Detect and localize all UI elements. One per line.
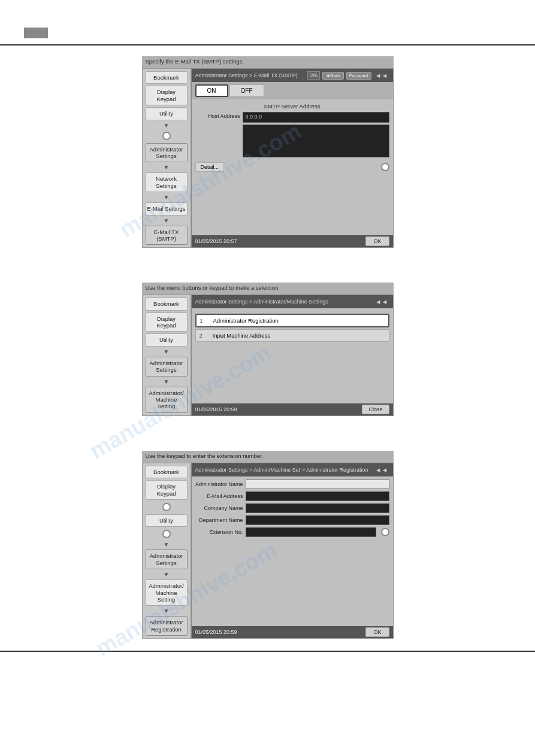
panel3-dept-label: Department Name	[195, 517, 243, 523]
panel3-adminreg-btn[interactable]: Administrator Registration	[146, 616, 188, 636]
panel1-header: Administrator Settings > E-Mail TX (SMTP…	[192, 69, 393, 82]
panel3-double-arrow[interactable]: ◄◄	[374, 465, 389, 475]
panel2-header: Administrator Settings > Administrator/M…	[192, 295, 393, 308]
panel1-circle-indicator	[381, 163, 389, 171]
panel1-displaykeypad-btn[interactable]: Display Keypad	[146, 86, 188, 105]
list-item-1-num: 1	[200, 318, 208, 324]
panel1-main: Administrator Settings > E-Mail TX (SMTP…	[191, 68, 394, 248]
panel2-double-arrow[interactable]: ◄◄	[374, 297, 389, 306]
panel3-adminname-input[interactable]	[246, 479, 389, 489]
panel1-radio1	[162, 132, 171, 140]
panel1-instruction: Specify the E-Mail TX (SMTP) settings.	[142, 56, 394, 68]
panel2-instruction: Use the menu buttons or keypad to make a…	[142, 283, 394, 294]
panel3-field-adminname: Administrator Name	[195, 479, 389, 489]
panel1-emailsettings-btn[interactable]: E-Mail Settings	[146, 202, 188, 215]
panel3-email-label: E-Mail Address	[195, 493, 243, 499]
panel2-status-bar: 01/05/2015 20:59 Close	[192, 403, 393, 415]
panel2-section: Use the menu buttons or keypad to make a…	[142, 283, 394, 416]
panel1-arrow2: ▼	[145, 164, 188, 171]
panel1-arrow4: ▼	[145, 217, 188, 224]
panel3-main: Administrator Settings > Admin/Machine S…	[191, 463, 394, 639]
panel3-adminsettings-btn[interactable]: Administrator Settings	[146, 549, 188, 569]
list-item-1[interactable]: 1 Administrator Registration	[195, 314, 389, 327]
panel1-detail-btn[interactable]: Detail...	[195, 162, 225, 172]
panel2-main: Administrator Settings > Administrator/M…	[191, 294, 394, 416]
panel3-adminname-label: Administrator Name	[195, 481, 243, 487]
panel2-adminsettings-btn[interactable]: Administrator Settings	[146, 357, 188, 377]
panel3-arrow3: ▼	[145, 608, 188, 614]
panel1-host-value[interactable]: 0.0.0.0	[243, 112, 389, 123]
panel3-ext-input[interactable]	[246, 527, 376, 537]
panel2-list-area: 1 Administrator Registration 2 Input Mac…	[192, 308, 393, 403]
panel3-company-input[interactable]	[246, 503, 389, 513]
panel1-ok-btn[interactable]: OK	[365, 236, 389, 246]
panel1-arrow3: ▼	[145, 194, 188, 201]
panel1-double-arrow[interactable]: ◄◄	[374, 71, 389, 80]
panel3-instruction: Use the keypad to enter the extension nu…	[142, 451, 394, 463]
panel3-adminmachine-btn[interactable]: Administrator/ Machine Setting	[146, 579, 188, 606]
panel1-status-bar: 01/05/2015 20:57 OK	[192, 235, 393, 247]
panel1-back-btn[interactable]: ◄Back	[322, 72, 344, 80]
panel1-bookmark-btn[interactable]: Bookmark	[146, 71, 188, 84]
panel1-breadcrumb: Administrator Settings > E-Mail TX (SMTP…	[195, 72, 306, 78]
panel3-form-area: Administrator Name E-Mail Address Compan…	[192, 476, 393, 626]
panel3-section: Use the keypad to enter the extension nu…	[142, 451, 394, 639]
panel3-bookmark-btn[interactable]: Bookmark	[146, 466, 188, 478]
panel3-arrow2: ▼	[145, 571, 188, 578]
panel3-breadcrumb: Administrator Settings > Admin/Machine S…	[195, 467, 371, 473]
panel1-section: Specify the E-Mail TX (SMTP) settings. B…	[142, 56, 394, 248]
panel3-field-company: Company Name	[195, 503, 389, 513]
panel2-close-btn[interactable]: Close	[362, 405, 389, 414]
panel3-field-dept: Department Name	[195, 515, 389, 525]
panel1-section-title: SMTP Server Address	[195, 103, 389, 110]
panel3-sidebar: Bookmark Display Keypad Utility ▼ Admini…	[142, 463, 191, 639]
panel3-circle-indicator	[381, 528, 389, 536]
panel3-dept-input[interactable]	[246, 515, 389, 525]
panel3-datetime: 01/05/2015 20:59	[195, 629, 237, 635]
panel2-sidebar: Bookmark Display Keypad Utility ▼ Admini…	[142, 294, 191, 416]
panel1-form-area: SMTP Server Address Host Address 0.0.0.0…	[192, 99, 393, 235]
panel3-radio1	[162, 503, 171, 511]
panel1-networksettings-btn[interactable]: Network Settings	[146, 172, 188, 192]
panel1-emailtx-btn[interactable]: E-Mail TX (SMTP)	[146, 226, 188, 245]
bottom-rule	[0, 651, 535, 652]
panel3-utility-btn[interactable]: Utility	[146, 514, 188, 527]
panel2-datetime: 01/05/2015 20:59	[195, 406, 237, 412]
panel1-onoff-bar: ON OFF	[192, 82, 393, 99]
panel3-displaykeypad-btn[interactable]: Display Keypad	[146, 480, 188, 500]
panel3-arrow1: ▼	[145, 541, 188, 548]
panel3-status-bar: 01/05/2015 20:59 OK	[192, 626, 393, 638]
top-gray-block	[24, 28, 48, 38]
panel1-arrow1: ▼	[145, 122, 188, 129]
list-item-2-label: Input Machine Address	[213, 332, 271, 339]
panel3-company-label: Company Name	[195, 505, 243, 511]
panel3-ext-label: Extension No.	[195, 529, 243, 535]
panel1-big-input[interactable]	[243, 125, 389, 157]
list-item-1-label: Administrator Registration	[213, 317, 279, 324]
panel2-arrow1: ▼	[145, 348, 188, 355]
panel3-field-email: E-Mail Address	[195, 491, 389, 501]
panel1-forward-btn[interactable]: For-ward	[346, 72, 371, 80]
panel2-utility-btn[interactable]: Utility	[146, 333, 188, 346]
panel2-adminmachine-btn[interactable]: Administrator/ Machine Setting	[146, 387, 188, 413]
panel1-host-label: Host Address	[195, 112, 240, 119]
panel1-datetime: 01/05/2015 20:57	[195, 238, 237, 244]
panel1-utility-btn[interactable]: Utility	[146, 107, 188, 120]
panel1-on-btn[interactable]: ON	[195, 84, 228, 97]
panel2-arrow2: ▼	[145, 378, 188, 385]
panel1-sidebar: Bookmark Display Keypad Utility ▼ Admini…	[142, 68, 191, 248]
panel2-breadcrumb: Administrator Settings > Administrator/M…	[195, 299, 371, 305]
top-rule	[0, 44, 535, 45]
list-item-2-num: 2	[200, 333, 208, 339]
panel1-pagenum: 2/6	[307, 71, 320, 80]
panel3-header: Administrator Settings > Admin/Machine S…	[192, 463, 393, 476]
panel2-bookmark-btn[interactable]: Bookmark	[146, 297, 188, 310]
panel3-email-input[interactable]	[246, 491, 389, 501]
list-item-2[interactable]: 2 Input Machine Address	[195, 329, 389, 342]
panel3-radio2	[162, 530, 171, 538]
panel1-adminsettings-btn[interactable]: Administrator Settings	[146, 143, 188, 163]
panel2-displaykeypad-btn[interactable]: Display Keypad	[146, 312, 188, 332]
panel1-off-btn[interactable]: OFF	[229, 84, 264, 97]
panel3-ok-btn[interactable]: OK	[365, 627, 389, 637]
panel3-field-ext: Extension No.	[195, 527, 389, 537]
